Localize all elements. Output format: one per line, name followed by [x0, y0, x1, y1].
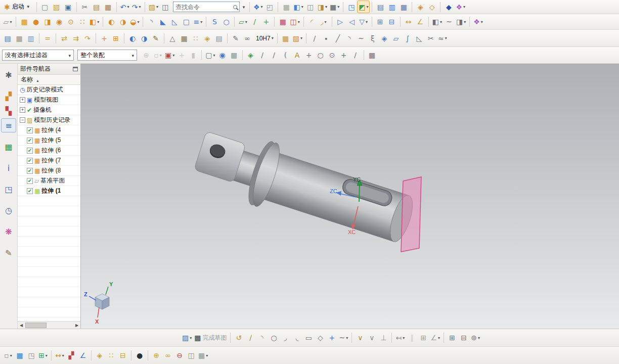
isometric-cube-icon[interactable]: ▦ ▾ [281, 1, 292, 13]
pivot-icon[interactable]: ⊕ ▾ [141, 50, 152, 61]
reuse-library-tab[interactable]: ▦ [2, 140, 16, 153]
mirror-curve-icon[interactable]: ⊟ ▾ [458, 332, 469, 344]
scroll-left-icon[interactable] [18, 322, 25, 329]
move-face-icon[interactable]: ▷ ▾ [335, 16, 346, 28]
chain-link-icon[interactable]: ∞ ▾ [162, 350, 173, 361]
layer-category-icon[interactable]: ▥ ▾ [25, 32, 36, 44]
snap-arc-center-icon[interactable]: ○ ▾ [315, 50, 326, 61]
perpendicular-constraint-icon[interactable]: ⊥ ▾ [378, 332, 389, 344]
hd3d-tools-tab[interactable]: i [2, 161, 16, 174]
shaded-view-icon[interactable]: ◧ ▾ [292, 1, 304, 13]
snap-endpoint-icon[interactable]: ∕ ▾ [257, 50, 268, 61]
save-icon[interactable]: ▣ ▾ [63, 1, 74, 13]
suppress-checkbox[interactable]: ✔ [27, 168, 33, 174]
snap-point-toggle-icon[interactable]: ◈ ▾ [245, 50, 256, 61]
redo-icon[interactable]: ↷ ▾ [131, 1, 142, 13]
mirror-assembly-icon[interactable]: ⊟ ▾ [117, 350, 128, 361]
auto-constrain-icon[interactable]: ∨ ▾ [355, 332, 366, 344]
tree-item-model-history[interactable]: ✔ ▨ 模型历史记录 [18, 115, 80, 125]
point-icon[interactable]: + ▾ [326, 332, 337, 344]
expander-icon[interactable] [20, 107, 25, 113]
open-component-icon[interactable]: ◳ ▾ [26, 350, 37, 361]
graphics-window[interactable]: ZC YC XC Z Y X [81, 64, 619, 329]
arc-icon[interactable]: ◝ ▾ [256, 332, 268, 344]
web-browser-tab[interactable]: ◳ [2, 183, 16, 196]
finish-sketch-button[interactable]: ▩ 完成草图 ▾ [193, 332, 228, 344]
unite-icon[interactable]: ◐ ▾ [106, 16, 117, 28]
user-defined-feature-icon[interactable]: ❖ ▾ [472, 16, 484, 28]
snap-point-on-curve-icon[interactable]: ∕ ▾ [350, 50, 361, 61]
collaborate-icon[interactable]: ▥ ▾ [386, 1, 397, 13]
circle-icon[interactable]: ○ ▾ [268, 332, 279, 344]
cut-icon[interactable]: ✂ ▾ [79, 1, 91, 13]
subtract-icon[interactable]: ◑ ▾ [117, 16, 128, 28]
block-icon[interactable]: ▦ ▾ [19, 16, 30, 28]
snap-existing-point-icon[interactable]: + ▾ [338, 50, 349, 61]
touch-pen-tab[interactable]: ✎ [2, 246, 16, 259]
part-family-icon[interactable]: ▦ ▾ [398, 1, 409, 13]
spline-icon[interactable]: ~ ▾ [338, 332, 349, 344]
add-component-icon[interactable]: ⊞ ▾ [37, 350, 49, 361]
binoculars-icon[interactable]: ∞ ▾ [242, 32, 253, 44]
suppress-checkbox[interactable]: ✔ [27, 178, 33, 184]
product-interface-icon[interactable]: ◫ ▾ [186, 350, 197, 361]
measure-angle-icon[interactable]: ∠ ▾ [415, 16, 426, 28]
datum-plane-icon[interactable]: ▱ ▾ [237, 16, 248, 28]
suppress-checkbox[interactable]: ✔ [27, 188, 33, 194]
tree-item-extrude-4[interactable]: ✔ ▦ 拉伸 (4 [18, 125, 80, 135]
edit-object-display-icon[interactable]: ✎ ▾ [150, 32, 161, 44]
hole-icon[interactable]: ⊙ ▾ [65, 16, 76, 28]
expressions-icon[interactable]: = ▾ [42, 32, 53, 44]
shaft-model[interactable] [189, 121, 420, 253]
curve-analysis-icon[interactable]: ~ ▾ [444, 16, 455, 28]
display-mode-icon[interactable]: ■ ▾ [329, 1, 340, 13]
synchronize-icon[interactable]: ◩ ▾ [358, 1, 369, 13]
angle-dim-icon[interactable]: ∠ ▾ [429, 332, 441, 344]
line-curve-icon[interactable]: ∕ ▾ [309, 32, 320, 44]
boss-icon[interactable]: ◧ ▾ [89, 16, 100, 28]
paste-icon[interactable]: ▦ ▾ [103, 1, 114, 13]
studio-spline-icon[interactable]: ~ ▾ [356, 32, 367, 44]
command-finder-dropdown[interactable] [241, 2, 247, 12]
menu-grid-icon[interactable]: ▦ ▾ [367, 50, 378, 61]
suppress-checkbox[interactable]: ✔ [27, 158, 33, 164]
find-component-icon[interactable]: ▦ ▾ [14, 350, 25, 361]
tree-item-extrude-6[interactable]: ✔ ▦ 拉伸 (6 [18, 146, 80, 156]
measure-distance-icon[interactable]: ↔ ▾ [403, 16, 414, 28]
limits-fits-button[interactable]: 10H7 ▾ [253, 32, 275, 44]
break-link-icon[interactable]: ⊖ ▾ [174, 350, 185, 361]
suppress-checkbox[interactable]: ✔ [27, 148, 33, 154]
revolve-icon[interactable]: ◉ ▾ [54, 16, 65, 28]
rectangle-icon[interactable]: ▭ ▾ [303, 332, 314, 344]
roles-gear-tab[interactable]: ✱ [2, 68, 16, 81]
scrollbar-thumb[interactable] [25, 323, 47, 328]
grab-icon[interactable]: ▮ ▾ [188, 50, 199, 61]
expander-icon[interactable] [20, 97, 25, 103]
solid-cube-icon[interactable]: ▦ ▾ [229, 50, 240, 61]
touch-mode-icon[interactable]: ◰ ▾ [264, 1, 275, 13]
tube-icon[interactable]: ○ ▾ [220, 16, 232, 28]
brush-icon[interactable]: ✎ ▾ [230, 32, 241, 44]
scroll-right-icon[interactable] [73, 322, 80, 329]
remember-constraints-icon[interactable]: ◈ ▾ [94, 350, 105, 361]
grid-icon[interactable]: ▦ ▾ [179, 32, 190, 44]
fillet-icon[interactable]: ◞ ▾ [280, 332, 291, 344]
assembly-constraints-icon[interactable]: ▞ ▾ [66, 350, 77, 361]
bend-icon[interactable]: ◜ ▾ [306, 16, 318, 28]
sew-icon[interactable]: ≈ ▾ [437, 32, 448, 44]
datum-triangle-icon[interactable]: △ ▾ [167, 32, 178, 44]
snap-quadrant-icon[interactable]: ⊙ ▾ [327, 50, 338, 61]
repeat-command-icon[interactable]: ◫ ▾ [160, 1, 171, 13]
wcs-dynamics-icon[interactable]: + ▾ [99, 32, 110, 44]
assembly-sequence-icon[interactable]: ▤ ▾ [375, 1, 386, 13]
immediate-hide-icon[interactable]: ◑ ▾ [139, 32, 150, 44]
selection-mode-icon[interactable]: ▫ ▾ [3, 350, 14, 361]
flange-icon[interactable]: ◞ ▾ [318, 16, 329, 28]
snap-intersection-icon[interactable]: + ▾ [303, 50, 315, 61]
journal-icon[interactable]: ❖ ▾ [455, 1, 466, 13]
thread-icon[interactable]: ≡ ▾ [192, 16, 203, 28]
command-finder-input[interactable] [175, 4, 233, 11]
show-degrees-of-freedom-icon[interactable]: ∠ ▾ [77, 350, 89, 361]
direct-sketch-icon[interactable]: ▱ ▾ [2, 16, 13, 28]
window-icon[interactable]: ❖ ▾ [252, 1, 264, 13]
